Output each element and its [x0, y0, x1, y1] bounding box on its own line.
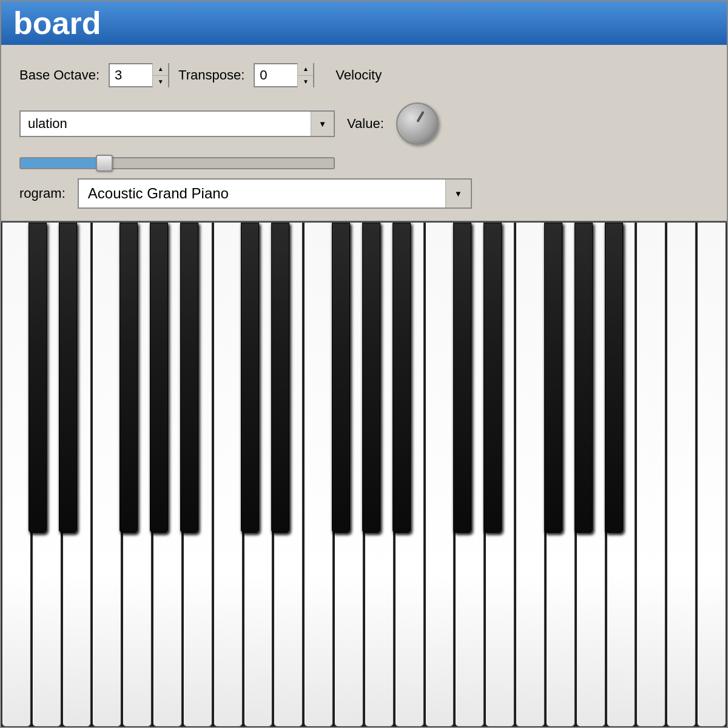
- base-octave-spinbox: ▲ ▼: [109, 63, 169, 87]
- row-octave-transpose: Base Octave: ▲ ▼ Transpose: ▲ ▼ Velocity: [19, 63, 709, 87]
- base-octave-down-button[interactable]: ▼: [153, 76, 168, 88]
- base-octave-label: Base Octave:: [19, 67, 99, 83]
- transpose-arrows: ▲ ▼: [297, 63, 313, 87]
- black-key[interactable]: [150, 223, 168, 533]
- value-label: Value:: [347, 116, 384, 132]
- black-key[interactable]: [453, 223, 471, 533]
- black-key[interactable]: [29, 223, 47, 533]
- modulation-dropdown[interactable]: ulation ▼: [19, 110, 335, 137]
- white-key[interactable]: [304, 223, 333, 727]
- base-octave-arrows: ▲ ▼: [152, 63, 168, 87]
- white-key[interactable]: [425, 223, 454, 727]
- base-octave-up-button[interactable]: ▲: [153, 63, 168, 76]
- white-key[interactable]: [516, 223, 545, 727]
- white-key[interactable]: [92, 223, 121, 727]
- piano-area: [1, 221, 727, 727]
- value-knob[interactable]: [396, 103, 439, 145]
- base-octave-input[interactable]: [110, 64, 152, 86]
- row-slider: [19, 157, 709, 169]
- transpose-spinbox: ▲ ▼: [254, 63, 314, 87]
- row-modulation: ulation ▼ Value:: [19, 103, 709, 145]
- transpose-down-button[interactable]: ▼: [298, 76, 313, 88]
- row-program: rogram: Acoustic Grand Piano ▼: [19, 178, 709, 209]
- program-label: rogram:: [19, 186, 66, 201]
- velocity-label: Velocity: [335, 67, 382, 83]
- window-title: board: [13, 5, 101, 41]
- black-key[interactable]: [59, 223, 77, 533]
- slider-thumb[interactable]: [96, 155, 113, 172]
- transpose-label: Transpose:: [178, 67, 244, 83]
- black-key[interactable]: [271, 223, 289, 533]
- white-key[interactable]: [636, 223, 666, 727]
- white-key[interactable]: [697, 223, 726, 727]
- black-key[interactable]: [484, 223, 502, 533]
- black-key[interactable]: [362, 223, 380, 533]
- title-bar: board: [1, 1, 727, 45]
- black-key[interactable]: [393, 223, 411, 533]
- slider-track[interactable]: [19, 157, 335, 169]
- black-key[interactable]: [575, 223, 593, 533]
- black-key[interactable]: [180, 223, 198, 533]
- piano-keyboard: [1, 223, 727, 727]
- main-window: board Base Octave: ▲ ▼ Transpose: ▲ ▼: [0, 0, 728, 728]
- transpose-input[interactable]: [255, 64, 297, 86]
- modulation-dropdown-button[interactable]: ▼: [311, 112, 334, 136]
- white-key[interactable]: [214, 223, 243, 727]
- program-dropdown-button[interactable]: ▼: [445, 180, 471, 207]
- program-value: Acoustic Grand Piano: [79, 185, 445, 202]
- white-key[interactable]: [2, 223, 31, 727]
- black-key[interactable]: [544, 223, 562, 533]
- black-key[interactable]: [332, 223, 350, 533]
- black-key[interactable]: [605, 223, 623, 533]
- program-dropdown[interactable]: Acoustic Grand Piano ▼: [78, 178, 472, 209]
- transpose-up-button[interactable]: ▲: [298, 63, 313, 76]
- controls-area: Base Octave: ▲ ▼ Transpose: ▲ ▼ Velocity: [1, 45, 727, 221]
- modulation-value: ulation: [21, 116, 311, 132]
- white-key[interactable]: [667, 223, 696, 727]
- black-key[interactable]: [241, 223, 259, 533]
- black-key[interactable]: [120, 223, 138, 533]
